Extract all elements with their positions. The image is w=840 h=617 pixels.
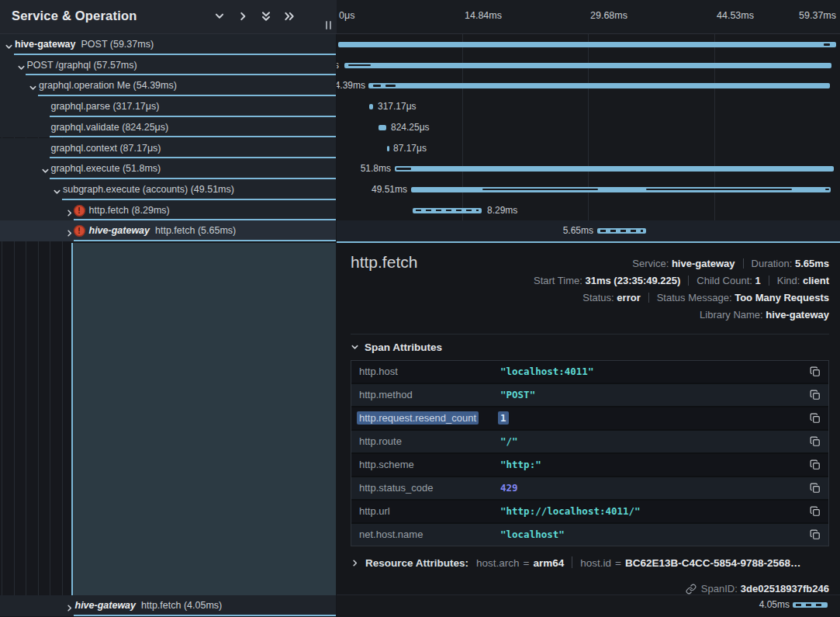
attribute-value: "localhost": [500, 529, 565, 540]
attribute-value: 429: [500, 482, 518, 494]
attribute-value: "/": [500, 435, 518, 447]
span-meta-line: Service: hive-gatewayDuration: 5.65ms: [534, 255, 829, 272]
tree-row-label: graphql.operation Me (54.39ms): [39, 80, 177, 91]
operation-label: http.fetch (8.29ms): [89, 205, 170, 216]
span-bar[interactable]: [411, 187, 831, 192]
attribute-row[interactable]: http.status_code429: [351, 477, 828, 499]
ruler-tick: 44.53ms: [717, 10, 754, 21]
span-bar[interactable]: [369, 104, 373, 109]
resource-attributes-label: Resource Attributes:: [365, 557, 468, 569]
tree-row[interactable]: POST /graphql (57.57ms): [0, 55, 336, 76]
attribute-key: http.scheme: [359, 459, 414, 470]
span-bar[interactable]: [387, 146, 389, 151]
panel-resize-handle[interactable]: [325, 21, 333, 29]
operation-label: POST /graphql (57.57ms): [27, 60, 137, 71]
span-meta-line: Status: errorStatus Message: Too Many Re…: [534, 289, 829, 307]
copy-button[interactable]: [810, 390, 821, 400]
timeline-row[interactable]: 51.8ms: [337, 158, 840, 179]
copy-button[interactable]: [810, 483, 821, 494]
chevron-down-icon[interactable]: [29, 81, 37, 90]
attribute-row[interactable]: http.method"POST": [351, 384, 828, 406]
attribute-row[interactable]: http.scheme"http:": [351, 454, 828, 476]
tree-row[interactable]: graphql.execute (51.8ms): [0, 158, 336, 179]
span-bar[interactable]: [338, 42, 836, 47]
resource-equals: =: [524, 557, 530, 569]
timeline-row[interactable]: 54.39ms: [337, 75, 840, 96]
span-bar[interactable]: [413, 208, 482, 213]
meta-value: client: [803, 275, 829, 286]
span-bar[interactable]: [793, 602, 828, 608]
tree-row[interactable]: graphql.context (87.17μs): [0, 138, 336, 159]
chevrons-down-icon[interactable]: [261, 11, 271, 22]
timeline-row[interactable]: 317.17μs: [337, 96, 840, 117]
service-name: hive-gateway: [75, 600, 137, 611]
chevron-down-icon[interactable]: [41, 165, 50, 173]
span-attributes-header[interactable]: Span Attributes: [351, 341, 442, 355]
span-duration-label: 5.65ms: [563, 225, 593, 236]
tree-row[interactable]: graphql.operation Me (54.39ms): [0, 75, 336, 96]
chevron-down-icon[interactable]: [17, 61, 26, 70]
tree-row[interactable]: !hive-gatewayhttp.fetch (5.65ms): [0, 220, 336, 241]
timeline-row[interactable]: 49.51ms: [337, 179, 840, 200]
span-bar[interactable]: [379, 125, 386, 130]
tree-row-label: graphql.execute (51.8ms): [51, 163, 161, 174]
chevron-right-icon[interactable]: [237, 11, 248, 22]
attribute-row[interactable]: net.host.name"localhost": [351, 524, 828, 546]
copy-button[interactable]: [810, 529, 821, 540]
copy-button[interactable]: [810, 506, 821, 517]
span-bar[interactable]: [597, 228, 646, 234]
copy-button[interactable]: [810, 413, 821, 424]
tree-row[interactable]: hive-gatewayPOST (59.37ms): [0, 34, 336, 55]
chevron-right-icon[interactable]: [65, 601, 74, 610]
operation-label: graphql.validate (824.25μs): [51, 122, 169, 133]
copy-button[interactable]: [810, 459, 821, 470]
resource-attributes-row[interactable]: Resource Attributes:host.arch=arm64host.…: [351, 556, 829, 574]
attribute-value: "POST": [500, 389, 535, 400]
span-bar[interactable]: [368, 83, 830, 88]
attribute-row[interactable]: http.host"localhost:4011": [351, 361, 828, 383]
copy-button[interactable]: [810, 436, 821, 447]
tree-row[interactable]: graphql.validate (824.25μs): [0, 117, 336, 138]
chevron-right-icon[interactable]: [65, 227, 74, 235]
attribute-key: http.request.resend_count: [357, 411, 479, 425]
chevron-down-icon[interactable]: [5, 40, 13, 49]
timeline-row[interactable]: 87.17μs: [337, 138, 840, 159]
span-bar[interactable]: [344, 63, 831, 68]
tree-row[interactable]: subgraph.execute (accounts) (49.51ms): [0, 179, 336, 200]
span-duration-label: 824.25μs: [391, 122, 430, 133]
timeline-row[interactable]: [337, 34, 840, 55]
attribute-row[interactable]: http.url"http://localhost:4011/": [351, 501, 828, 522]
chevron-down-icon[interactable]: [214, 11, 225, 22]
span-meta: Service: hive-gatewayDuration: 5.65msSta…: [534, 255, 829, 324]
timeline-row[interactable]: 5.65ms: [337, 220, 840, 241]
resource-value: BC62E13B-C4CC-5854-9788-2568…: [625, 557, 801, 569]
tree-row[interactable]: !http.fetch (8.29ms): [0, 200, 336, 221]
operation-label: graphql.execute (51.8ms): [51, 163, 161, 174]
chevron-right-icon[interactable]: [65, 206, 74, 215]
chevron-right-icon: [351, 558, 359, 567]
timeline-row[interactable]: 824.25μs: [337, 117, 840, 138]
child-span-marker: [646, 189, 792, 191]
meta-label: Start Time:: [534, 275, 582, 286]
attribute-value: "http://localhost:4011/": [500, 505, 641, 517]
attribute-row[interactable]: http.route"/": [351, 431, 828, 452]
attribute-row[interactable]: http.request.resend_count1: [351, 407, 828, 429]
tree-row[interactable]: graphql.parse (317.17μs): [0, 96, 336, 117]
attribute-key: net.host.name: [359, 529, 423, 540]
timeline-row[interactable]: 57.57ms: [337, 55, 840, 76]
chevron-down-icon[interactable]: [53, 185, 61, 194]
copy-button[interactable]: [810, 366, 821, 377]
operation-label: POST (59.37ms): [81, 39, 154, 50]
span-bar[interactable]: [395, 166, 834, 172]
span-detail-indent-area: [71, 243, 336, 595]
link-icon[interactable]: [686, 584, 697, 594]
chevrons-right-icon[interactable]: [284, 11, 295, 22]
timeline-row[interactable]: 8.29ms: [337, 200, 840, 221]
ruler-tick: 14.84ms: [465, 10, 502, 21]
tree-row[interactable]: hive-gatewayhttp.fetch (4.05ms): [0, 595, 336, 616]
meta-value: Too Many Requests: [735, 292, 829, 303]
resource-key: host.arch: [476, 557, 520, 569]
meta-label: Child Count:: [697, 275, 752, 286]
meta-separator: [743, 258, 744, 269]
attribute-value: 1: [498, 411, 509, 425]
